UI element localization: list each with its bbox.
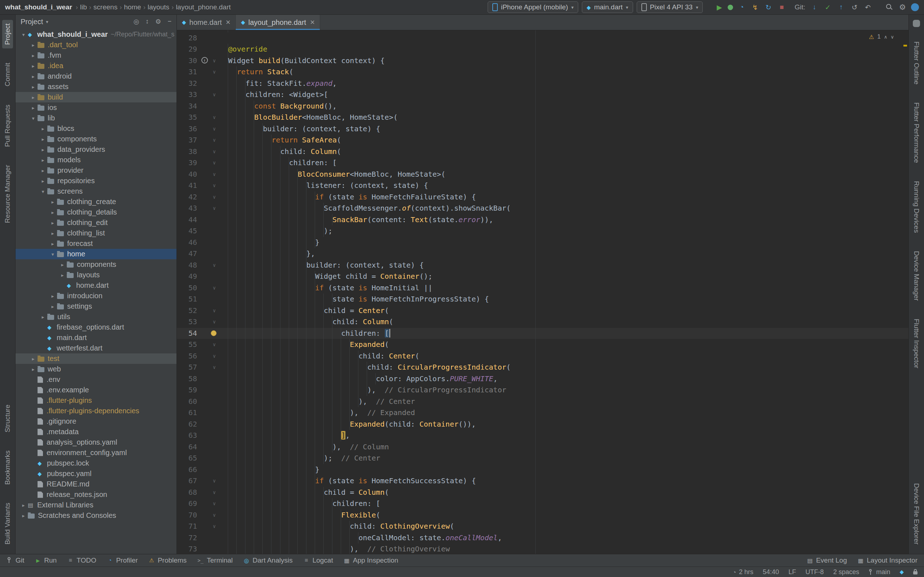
line-number[interactable]: 59 <box>177 384 199 396</box>
tool-window-button-commit[interactable]: Commit <box>2 59 13 90</box>
close-tab-icon[interactable]: × <box>226 18 231 27</box>
line-number[interactable]: 34 <box>177 101 199 112</box>
line-number[interactable]: 36 <box>177 123 199 135</box>
tree-item-components[interactable]: ▸components <box>16 259 176 270</box>
hide-panel-button[interactable]: − <box>168 18 171 26</box>
code-line[interactable]: 47}, <box>177 248 908 259</box>
line-number[interactable]: 37 <box>177 134 199 146</box>
close-tab-icon[interactable]: × <box>310 18 315 27</box>
line-number[interactable]: 45 <box>177 226 199 237</box>
override-marker-icon[interactable]: ↑ <box>201 57 208 63</box>
tree-toggle-icon[interactable]: ▾ <box>19 32 28 37</box>
tree-item-web[interactable]: ▸web <box>16 364 176 374</box>
tree-item-clothing-edit[interactable]: ▸clothing_edit <box>16 218 176 228</box>
line-number[interactable]: 72 <box>177 532 199 544</box>
code-line[interactable]: 49Widget child = Container(); <box>177 271 908 282</box>
tree-item-ios[interactable]: ▸ios <box>16 102 176 113</box>
tree-toggle-icon[interactable]: ▸ <box>39 314 47 320</box>
tree-toggle-icon[interactable]: ▸ <box>29 95 37 100</box>
code-line[interactable]: 73), // ClothingOverview <box>177 543 908 554</box>
line-number[interactable]: 54 <box>177 328 199 339</box>
line-number[interactable]: 29 <box>177 44 199 55</box>
breadcrumb-item[interactable]: home <box>124 3 141 11</box>
status-item-utf-8[interactable]: UTF-8 <box>805 568 824 576</box>
tree-item--env-example[interactable]: .env.example <box>16 385 176 395</box>
fold-icon[interactable]: ∨ <box>213 475 216 487</box>
fold-icon[interactable]: ∨ <box>213 509 216 521</box>
code-line[interactable]: 43∨ScaffoldMessenger.of(context).showSna… <box>177 203 908 214</box>
tree-item-android[interactable]: ▸android <box>16 71 176 82</box>
tree-item-layouts[interactable]: ▸layouts <box>16 270 176 280</box>
tree-item-home[interactable]: ▾home <box>16 249 176 259</box>
code-line[interactable]: 55∨Expanded( <box>177 339 908 351</box>
tree-item-provider[interactable]: ▸provider <box>16 165 176 176</box>
tree-item-screens[interactable]: ▾screens <box>16 186 176 197</box>
line-number[interactable]: 28 <box>177 32 199 44</box>
code-line[interactable]: 38∨child: Column( <box>177 146 908 158</box>
git-update-button[interactable] <box>809 3 819 12</box>
tree-toggle-icon[interactable]: ▸ <box>29 42 37 48</box>
tree-item-blocs[interactable]: ▸blocs <box>16 123 176 134</box>
panel-title[interactable]: Project <box>21 18 43 26</box>
line-number[interactable]: 35 <box>177 112 199 123</box>
tree-item-home-dart[interactable]: ◆home.dart <box>16 280 176 291</box>
tree-item-release-notes-json[interactable]: release_notes.json <box>16 489 176 500</box>
fold-icon[interactable]: ∨ <box>213 351 216 362</box>
line-number[interactable]: 58 <box>177 373 199 385</box>
code-line[interactable]: 65); // Center <box>177 453 908 464</box>
fold-icon[interactable]: ∨ <box>213 498 216 509</box>
code-line[interactable]: 57∨child: CircularProgressIndicator( <box>177 362 908 373</box>
stop-button[interactable] <box>777 3 787 12</box>
tree-toggle-icon[interactable]: ▾ <box>29 115 37 121</box>
tree-item-assets[interactable]: ▸assets <box>16 82 176 92</box>
code-line[interactable]: 58color: AppColors.PURE_WHITE, <box>177 373 908 385</box>
tree-toggle-icon[interactable]: ▸ <box>39 168 47 174</box>
line-number[interactable]: 30 <box>177 55 199 67</box>
tree-toggle-icon[interactable]: ▸ <box>48 210 57 215</box>
tree-toggle-icon[interactable]: ▸ <box>58 262 67 268</box>
tool-button-todo[interactable]: TODO <box>68 556 96 564</box>
line-number[interactable]: 60 <box>177 396 199 408</box>
tree-toggle-icon[interactable]: ▸ <box>29 366 37 372</box>
target-device-selector[interactable]: Pixel 4 API 33▾ <box>637 2 703 13</box>
tree-toggle-icon[interactable]: ▸ <box>29 53 37 58</box>
tree-toggle-icon[interactable]: ▸ <box>48 241 57 247</box>
code-editor[interactable]: 27)2829@override30↑∨Widget build(BuildCo… <box>177 30 908 554</box>
code-line[interactable]: 30↑∨Widget build(BuildContext context) { <box>177 55 908 67</box>
fold-icon[interactable]: ∨ <box>213 316 216 328</box>
fold-icon[interactable]: ∨ <box>213 134 216 146</box>
tree-item-main-dart[interactable]: ◆main.dart <box>16 332 176 343</box>
fold-icon[interactable]: ∨ <box>213 305 216 317</box>
tree-item--fvm[interactable]: ▸.fvm <box>16 50 176 61</box>
breadcrumb-item[interactable]: layouts <box>148 3 169 11</box>
tree-toggle-icon[interactable]: ▸ <box>29 356 37 362</box>
tree-item-components[interactable]: ▸components <box>16 134 176 144</box>
status-item[interactable] <box>900 569 904 575</box>
tree-item--flutter-plugins-dependencies[interactable]: .flutter-plugins-dependencies <box>16 406 176 416</box>
expand-collapse-button[interactable]: ↕ <box>145 18 149 26</box>
history-button[interactable] <box>850 3 859 12</box>
code-line[interactable]: 68∨child = Column( <box>177 487 908 498</box>
fold-icon[interactable]: ∨ <box>213 203 216 214</box>
tool-button-layout-inspector[interactable]: Layout Inspector <box>858 556 918 564</box>
line-number[interactable]: 43 <box>177 203 199 214</box>
fold-icon[interactable]: ∨ <box>213 66 216 78</box>
code-line[interactable]: 45); <box>177 226 908 237</box>
line-number[interactable]: 41 <box>177 180 199 192</box>
code-line[interactable]: 37∨return SafeArea( <box>177 134 908 146</box>
tree-toggle-icon[interactable]: ▸ <box>29 63 37 69</box>
code-line[interactable]: 44SnackBar(content: Text(state.error)), <box>177 214 908 226</box>
tool-window-button-bookmarks[interactable]: Bookmarks <box>2 447 13 488</box>
tree-item-settings[interactable]: ▸settings <box>16 301 176 311</box>
line-number[interactable]: 65 <box>177 453 199 464</box>
tree-item--idea[interactable]: ▸.idea <box>16 61 176 71</box>
line-number[interactable]: 48 <box>177 259 199 271</box>
fold-icon[interactable]: ∨ <box>213 339 216 351</box>
tree-item-forecast[interactable]: ▸forecast <box>16 239 176 249</box>
code-line[interactable]: 69∨children: [ <box>177 498 908 509</box>
line-number[interactable]: 64 <box>177 442 199 453</box>
line-number[interactable]: 52 <box>177 305 199 317</box>
status-item-54-40[interactable]: 54:40 <box>762 568 779 576</box>
fold-icon[interactable]: ∨ <box>213 192 216 203</box>
debug-button[interactable] <box>728 5 733 10</box>
